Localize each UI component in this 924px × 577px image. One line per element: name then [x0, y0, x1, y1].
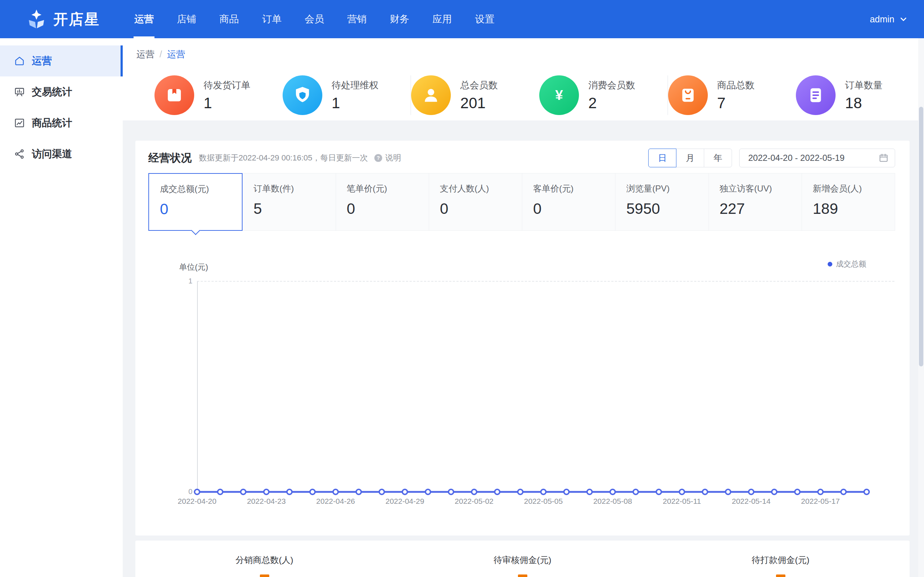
data-point[interactable] — [795, 489, 800, 495]
user-menu[interactable]: admin — [870, 14, 908, 24]
package-icon — [155, 76, 194, 115]
nav-item-shop[interactable]: 店铺 — [176, 0, 197, 38]
data-point[interactable] — [725, 489, 730, 495]
stat-label: 待发货订单 — [204, 79, 250, 92]
bottom-stat-label: 待审核佣金(元) — [494, 554, 551, 566]
sidebar-item-operation[interactable]: 运营 — [0, 45, 123, 76]
sidebar-item-label: 交易统计 — [32, 85, 72, 99]
question-icon[interactable]: ? — [373, 153, 383, 163]
data-point[interactable] — [241, 489, 246, 495]
metric-tab-label: 客单价(元) — [533, 183, 615, 194]
data-point[interactable] — [518, 489, 523, 495]
nav-item-finance[interactable]: 财务 — [389, 0, 410, 38]
stat-value: 201 — [460, 95, 498, 112]
sidebar-item-visit-channel[interactable]: 访问渠道 — [0, 139, 123, 169]
nav-item-apps[interactable]: 应用 — [431, 0, 453, 38]
metric-tab-payers[interactable]: 支付人数(人)0 — [429, 173, 522, 231]
content: 运营/运营 待发货订单1待处理维权1总会员数201¥消费会员数2商品总数7订单数… — [123, 38, 924, 577]
board-chart-icon — [14, 86, 25, 98]
breadcrumb-item[interactable]: 运营 — [136, 48, 155, 60]
sidebar-item-label: 运营 — [32, 54, 52, 68]
data-point[interactable] — [679, 489, 684, 495]
data-point[interactable] — [472, 489, 477, 495]
stat-label: 订单数量 — [845, 79, 882, 92]
period-tab-month[interactable]: 月 — [676, 148, 704, 167]
scrollbar-thumb[interactable] — [919, 107, 923, 366]
x-axis-label: 2022-05-08 — [593, 497, 632, 506]
data-point[interactable] — [333, 489, 338, 495]
metric-tab-customer-price[interactable]: 客单价(元)0 — [522, 173, 615, 231]
bottom-stat-value-dash — [776, 574, 785, 577]
bottom-stat-label: 分销商总数(人) — [236, 554, 294, 566]
nav-item-member[interactable]: 会员 — [304, 0, 325, 38]
bottom-stat-distributor-total: 分销商总数(人) — [135, 554, 393, 577]
stat-value: 18 — [845, 95, 882, 112]
metric-tab-unique-visitors[interactable]: 独立访客(UV)227 — [709, 173, 802, 231]
data-point[interactable] — [749, 489, 754, 495]
data-point[interactable] — [218, 489, 223, 495]
date-range-input[interactable]: 2022-04-20 - 2022-05-19 — [739, 148, 895, 167]
metric-tab-page-views[interactable]: 浏览量(PV)5950 — [615, 173, 709, 231]
data-point[interactable] — [656, 489, 661, 495]
metric-tab-new-members[interactable]: 新增会员(人)189 — [802, 173, 895, 231]
sidebar-item-goods-stats[interactable]: 商品统计 — [0, 108, 123, 139]
data-point[interactable] — [841, 489, 846, 495]
scrollbar-track[interactable] — [918, 38, 924, 577]
nav-item-order[interactable]: 订单 — [261, 0, 283, 38]
share-nodes-icon — [14, 148, 25, 160]
data-point[interactable] — [864, 489, 869, 495]
stat-consuming-members: ¥消费会员数2 — [539, 76, 668, 115]
data-point[interactable] — [449, 489, 454, 495]
sidebar: 运营交易统计商品统计访问渠道 — [0, 38, 123, 577]
stat-label: 消费会员数 — [588, 79, 635, 92]
x-axis-label: 2022-05-11 — [663, 497, 701, 506]
data-point[interactable] — [633, 489, 638, 495]
period-tab-day[interactable]: 日 — [648, 148, 677, 167]
data-point[interactable] — [818, 489, 823, 495]
data-point[interactable] — [426, 489, 431, 495]
stat-label: 待处理维权 — [332, 79, 379, 92]
metric-tab-per-order-price[interactable]: 笔单价(元)0 — [336, 173, 429, 231]
metric-tab-gmv[interactable]: 成交总额(元)0 — [149, 173, 242, 231]
bottom-stat-commission-pending-review: 待审核佣金(元) — [393, 554, 651, 577]
data-point[interactable] — [495, 489, 500, 495]
data-point[interactable] — [564, 489, 569, 495]
data-point[interactable] — [772, 489, 777, 495]
stat-cards: 待发货订单1待处理维权1总会员数201¥消费会员数2商品总数7订单数量18 — [123, 70, 924, 121]
stat-value: 2 — [588, 95, 635, 112]
bag-icon — [668, 76, 708, 115]
nav-item-settings[interactable]: 设置 — [474, 0, 496, 38]
period-tab-year[interactable]: 年 — [704, 148, 732, 167]
metric-tab-order-count[interactable]: 订单数(件)5 — [242, 173, 336, 231]
stat-value: 1 — [332, 95, 379, 112]
order-doc-icon — [796, 76, 835, 115]
data-point[interactable] — [610, 489, 615, 495]
nav-item-operation[interactable]: 运营 — [133, 0, 155, 38]
x-axis-label: 2022-04-29 — [386, 497, 424, 506]
data-point[interactable] — [264, 489, 269, 495]
nav-item-marketing[interactable]: 营销 — [346, 0, 368, 38]
data-point[interactable] — [541, 489, 546, 495]
data-point[interactable] — [310, 489, 315, 495]
breadcrumb-separator: / — [160, 49, 162, 60]
data-point[interactable] — [356, 489, 361, 495]
data-point[interactable] — [380, 489, 384, 495]
metric-tab-label: 浏览量(PV) — [626, 183, 708, 194]
member-icon — [411, 76, 451, 115]
bottom-stat-label: 待打款佣金(元) — [752, 554, 809, 566]
sidebar-item-trade-stats[interactable]: 交易统计 — [0, 76, 123, 108]
data-point[interactable] — [587, 489, 592, 495]
data-point[interactable] — [287, 489, 292, 495]
metric-tab-value: 5 — [254, 200, 335, 218]
data-point[interactable] — [703, 489, 708, 495]
metric-tab-label: 支付人数(人) — [440, 183, 522, 194]
stat-value: 7 — [717, 95, 755, 112]
chevron-down-icon — [899, 15, 908, 24]
help-link[interactable]: 说明 — [385, 153, 401, 163]
x-axis-label: 2022-04-26 — [316, 497, 355, 506]
nav-item-goods[interactable]: 商品 — [218, 0, 240, 38]
data-point[interactable] — [402, 489, 407, 495]
home-icon — [14, 55, 25, 67]
data-point[interactable] — [195, 489, 200, 495]
stat-text: 待处理维权1 — [332, 79, 379, 112]
